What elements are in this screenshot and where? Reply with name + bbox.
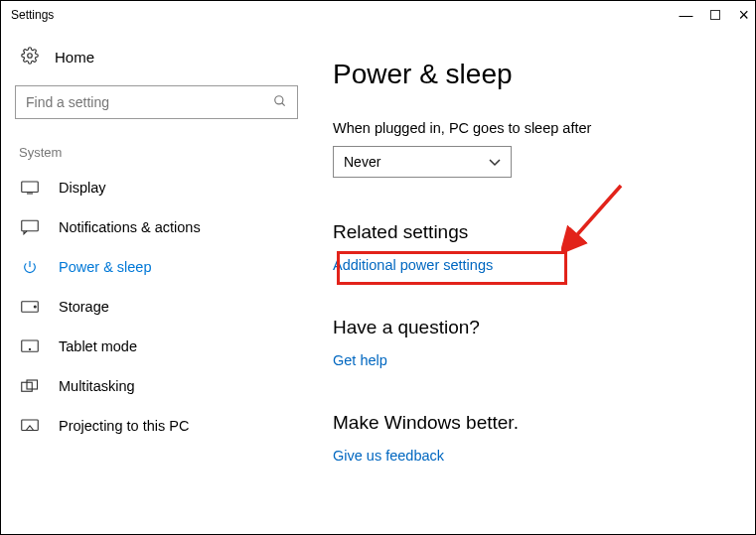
nav-label: Multitasking: [59, 378, 135, 394]
nav-label: Projecting to this PC: [59, 418, 189, 434]
nav-label: Power & sleep: [59, 259, 152, 275]
svg-line-2: [282, 102, 285, 105]
sidebar-item-storage[interactable]: Storage: [15, 287, 295, 327]
sidebar-item-display[interactable]: Display: [15, 168, 295, 207]
window-title: Settings: [11, 8, 54, 22]
sidebar-item-multitasking[interactable]: Multitasking: [15, 366, 295, 406]
svg-rect-3: [22, 182, 39, 193]
page-title: Power & sleep: [333, 59, 731, 90]
home-label: Home: [55, 49, 94, 66]
question-head: Have a question?: [333, 317, 731, 338]
chevron-down-icon: [489, 154, 501, 170]
maximize-button[interactable]: [710, 10, 720, 20]
projecting-icon: [21, 418, 39, 434]
search-icon: [273, 94, 287, 111]
sleep-select[interactable]: Never: [333, 146, 512, 178]
tablet-icon: [21, 338, 39, 354]
notifications-icon: [21, 219, 39, 235]
sidebar-section-label: System: [19, 145, 295, 160]
feedback-link[interactable]: Give us feedback: [333, 448, 731, 464]
sleep-select-value: Never: [344, 154, 380, 170]
sidebar-item-notifications[interactable]: Notifications & actions: [15, 207, 295, 247]
close-button[interactable]: ×: [738, 10, 749, 20]
svg-point-1: [275, 95, 283, 103]
svg-point-7: [34, 306, 36, 308]
multitasking-icon: [21, 378, 39, 394]
search-input[interactable]: Find a setting: [15, 85, 298, 119]
sidebar: Home Find a setting System Display Notif…: [1, 29, 309, 534]
power-icon: [21, 259, 39, 275]
sidebar-item-projecting[interactable]: Projecting to this PC: [15, 406, 295, 446]
svg-rect-5: [22, 220, 39, 231]
sidebar-item-tablet-mode[interactable]: Tablet mode: [15, 327, 295, 366]
better-head: Make Windows better.: [333, 412, 731, 434]
storage-icon: [21, 299, 39, 315]
nav-label: Display: [59, 180, 106, 196]
gear-icon: [21, 47, 39, 67]
display-icon: [21, 180, 39, 196]
sleep-field-label: When plugged in, PC goes to sleep after: [333, 120, 731, 136]
nav-label: Storage: [59, 299, 109, 315]
nav-label: Tablet mode: [59, 338, 137, 354]
nav-label: Notifications & actions: [59, 219, 201, 235]
window-controls: — ×: [679, 7, 749, 23]
svg-point-9: [29, 348, 30, 349]
related-settings-head: Related settings: [333, 221, 731, 243]
sidebar-item-home[interactable]: Home: [15, 41, 295, 85]
main-panel: Power & sleep When plugged in, PC goes t…: [309, 29, 755, 534]
titlebar: Settings — ×: [1, 1, 755, 29]
svg-point-0: [28, 54, 33, 59]
sidebar-item-power-sleep[interactable]: Power & sleep: [15, 247, 295, 287]
get-help-link[interactable]: Get help: [333, 352, 731, 368]
search-placeholder: Find a setting: [26, 94, 109, 110]
additional-power-settings-link[interactable]: Additional power settings: [333, 257, 731, 273]
minimize-button[interactable]: —: [679, 7, 692, 23]
